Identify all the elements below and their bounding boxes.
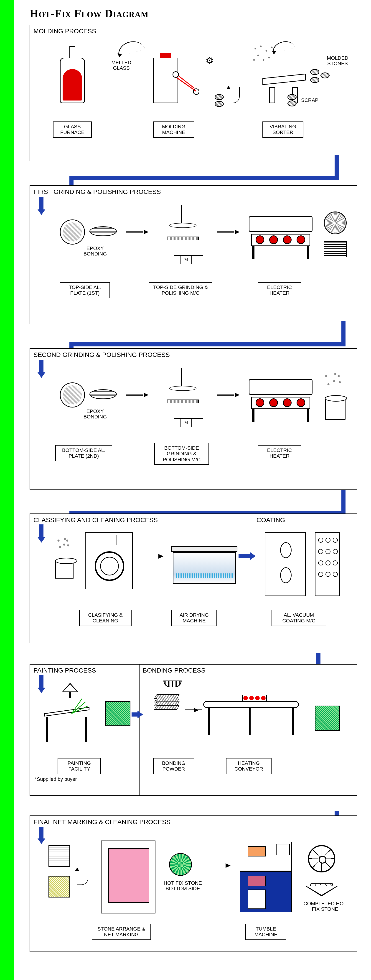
loose-stones-icon [322,370,344,390]
stage-title: SECOND GRINDING & POLISHING PROCESS [30,349,357,361]
motor-label: M [181,418,192,427]
label-box: ELECTRIC HEATER [258,282,301,298]
stone-icon [287,100,296,107]
label-box: AL. VACUUM COATING M/C [271,610,326,626]
label-box: PAINTING FACILITY [57,758,101,774]
footnote: *Supplied by buyer [35,776,77,782]
container-icon [325,397,346,420]
blue-arrow-down-icon [40,675,43,689]
stone-icon [310,77,319,83]
blue-arrow-right-icon [239,554,251,558]
sheet-stack-icon [155,694,178,715]
aluminum-plate-icon [60,382,85,407]
label-box: TUMBLE MACHINE [245,924,286,940]
painted-sheet-icon [105,701,130,726]
heating-conveyor-icon [203,701,299,735]
label-box: TOP-SIDE GRINDING & POLISHING M/C [149,282,212,298]
bonded-plate-icon [89,389,117,399]
molding-machine-icon [153,44,199,103]
stage-molding: MOLDING PROCESS MELTED GLASS ⚙ [30,25,357,161]
vacuum-coater-icon [265,532,306,596]
stage-title: CLASSIFYING AND CLEANING PROCESS [30,514,253,526]
stage-title: PAINTING PROCESS [30,665,139,676]
electric-heater-icon [249,379,312,422]
stone-sheet-icon [49,876,70,897]
bonded-sheet-icon [315,706,340,731]
left-green-bar [0,0,14,980]
net-marking-icon [101,840,155,913]
facet-wheel-icon [308,845,335,872]
control-panel-icon [315,532,340,596]
up-arrow-icon [228,87,240,103]
blue-arrow-right-icon [132,713,138,716]
label-box: ELECTRIC HEATER [258,445,301,461]
aluminum-plate-icon [60,220,85,245]
stage-title: COATING [253,514,357,526]
label-box: HEATING CONVEYOR [226,758,271,774]
stage-title: MOLDING PROCESS [30,25,357,37]
melted-glass-label: MELTED GLASS [108,60,135,71]
loose-stones-icon [55,536,71,552]
stage-second-grind: SECOND GRINDING & POLISHING PROCESS EPOX… [30,348,357,490]
stone-icon [215,94,224,100]
stone-icon [287,94,296,100]
step-arrow-icon [217,230,240,234]
vibrating-sorter-icon [255,67,308,103]
label-box: STONE ARRANGE & NET MARKING [92,924,151,940]
label-box: CLASIFYING & CLEANING [79,610,132,626]
flow-arc-icon [271,39,295,54]
up-arrow-icon [77,869,88,885]
stone-bottom-label: HOT FIX STONE BOTTOM SIDE [162,880,203,891]
step-arrow-icon [141,554,163,558]
flow-connector [70,342,346,347]
page-title: Hot-Fix Flow Diagram [30,7,357,20]
bonded-plate-icon [89,226,117,236]
electric-heater-icon [249,216,312,259]
grinding-machine-icon: M [160,205,206,259]
blue-arrow-down-icon [40,524,43,538]
stage-title: FIRST GRINDING & POLISHING PROCESS [30,186,357,198]
step-arrow-icon [208,863,231,868]
stone-icon [310,69,319,75]
label-box: VIBRATING SORTER [262,121,303,138]
label-box: AIR DRYING MACHINE [171,610,217,626]
tumble-machine-icon [240,842,292,912]
step-arrow-icon [126,393,149,397]
step-arrow-icon [185,708,199,713]
blue-arrow-down-icon [40,360,43,373]
stone-bottom-icon [169,853,192,876]
sieve-icon [163,681,182,687]
stage-title: BONDING PROCESS [140,665,357,676]
stage-classify-coat: CLASSIFYING AND CLEANING PROCESS CLASIFY… [30,514,357,643]
plate-stack-icon [324,241,347,257]
label-box: GLASS FURNACE [53,121,92,138]
blue-arrow-down-icon [40,197,43,210]
scrap-label: SCRAP [301,97,319,103]
completed-stone-icon [306,883,338,896]
label-box: BOTTOM-SIDE AL. PLATE (2ND) [55,445,112,461]
propeller-icon: ⚙ [206,56,214,65]
label-box: MOLDING MACHINE [153,121,194,138]
stage-final: FINAL NET MARKING & CLEANING PROCESS HOT… [30,815,357,952]
step-arrow-icon [217,393,240,397]
grinding-machine-icon: M [160,368,206,422]
mesh-sheet-icon [49,845,70,867]
paint-booth-icon [44,683,96,742]
air-dryer-icon [171,546,238,589]
stage-paint-bond: PAINTING PROCESS PAINTING FACILITY *Supp… [30,664,357,796]
flow-connector [70,176,339,180]
epoxy-label: EPOXY BONDING [79,409,111,420]
stone-icon [320,73,330,78]
label-box: BONDING POWDER [153,758,194,774]
stage-first-grind: FIRST GRINDING & POLISHING PROCESS EPOXY… [30,185,357,324]
container-icon [55,560,73,579]
label-box: TOP-SIDE AL. PLATE (1ST) [60,282,110,298]
flow-arc-icon [116,38,145,56]
washing-machine-icon [85,532,133,589]
stone-icon [215,101,224,107]
label-box: BOTTOM-SIDE GRINDING & POLISHING M/C [154,443,209,465]
blue-arrow-down-icon [40,827,43,839]
molded-stones-label: MOLDED STONES [324,56,351,66]
stage-title: FINAL NET MARKING & CLEANING PROCESS [30,816,357,828]
step-arrow-icon [126,230,149,234]
